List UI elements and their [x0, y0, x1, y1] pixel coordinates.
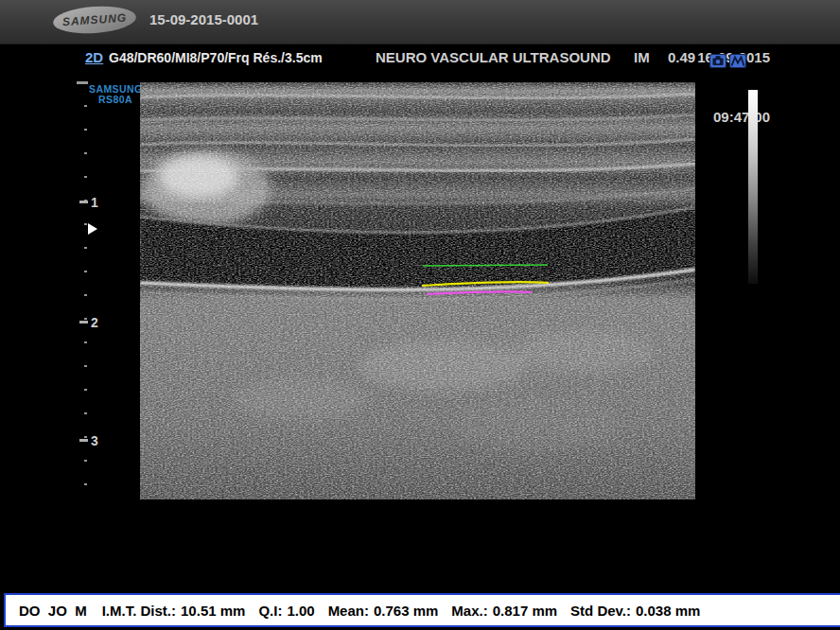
depth-label: 2 [91, 315, 98, 330]
mi-value: 0.49 [668, 49, 695, 65]
measurement-label: Std Dev.: [570, 603, 631, 619]
depth-mark-3cm: 3 [91, 433, 98, 448]
patient-initials: DO JO M [19, 603, 87, 619]
measurement-label: Mean: [328, 603, 369, 619]
focus-marker-icon[interactable] [88, 223, 97, 235]
depth-ruler-minor-ticks [84, 105, 87, 495]
measurement-results-bar: DO JO M I.M.T. Dist.:10.51 mm Q.I:1.00 M… [4, 593, 840, 627]
study-title: NEURO VASCULAR ULTRASOUND [376, 47, 611, 67]
measurement-label: Max.: [451, 603, 487, 619]
capture-icon[interactable] [709, 54, 726, 68]
depth-mark-1cm: 1 [91, 195, 98, 210]
depth-mark-2cm: 2 [91, 315, 98, 330]
measurement-value: 10.51 mm [181, 603, 245, 619]
datetime: 16-09-2015 09:47:00 [692, 8, 770, 166]
measurement-value: 0.817 mm [493, 603, 557, 619]
header-bar: SAMSUNG 15-09-2015-0001 NEURO VASCULAR U… [0, 0, 840, 44]
measurement-label: Q.I: [258, 603, 282, 619]
speckle-dark [140, 82, 695, 499]
ultrasound-image[interactable] [140, 82, 695, 499]
measurement-stddev: Std Dev.:0.038 mm [570, 603, 700, 619]
depth-label: 3 [91, 433, 98, 448]
depth-tick [79, 201, 88, 203]
depth-tick [79, 439, 88, 442]
device-model: RS80A [89, 95, 142, 105]
samsung-logo: SAMSUNG [52, 4, 137, 36]
mode-2d-button[interactable]: 2D [85, 49, 103, 65]
measurement-imt-dist: I.M.T. Dist.:10.51 mm [102, 603, 246, 619]
grayscale-bar [748, 90, 758, 284]
measurement-value: 0.763 mm [374, 603, 438, 619]
capture-icon-glyph [709, 54, 726, 68]
depth-ruler-zero-mark [77, 81, 88, 84]
mi-label: IM [634, 47, 668, 67]
patient-id: 15-09-2015-0001 [149, 11, 258, 27]
measurement-value: 1.00 [287, 603, 314, 619]
histogram-icon-glyph [729, 54, 746, 68]
measurement-value: 0.038 mm [636, 603, 700, 619]
measurement-mean: Mean:0.763 mm [328, 603, 439, 619]
measurement-qi: Q.I:1.00 [258, 603, 314, 619]
depth-label: 1 [91, 195, 98, 210]
ultrasound-screen: SAMSUNG 15-09-2015-0001 NEURO VASCULAR U… [0, 0, 840, 630]
imaging-parameters: G48/DR60/MI8/P70/Frq Rés./3.5cm [109, 50, 323, 65]
histogram-icon[interactable] [729, 54, 746, 68]
measurement-max: Max.:0.817 mm [451, 603, 557, 619]
imt-trace-green [423, 265, 548, 266]
device-model-label: SAMSUNG RS80A [89, 84, 142, 105]
measurement-label: I.M.T. Dist.: [102, 603, 176, 619]
depth-tick [79, 321, 88, 324]
exam-time: 09:47:00 [692, 107, 770, 127]
